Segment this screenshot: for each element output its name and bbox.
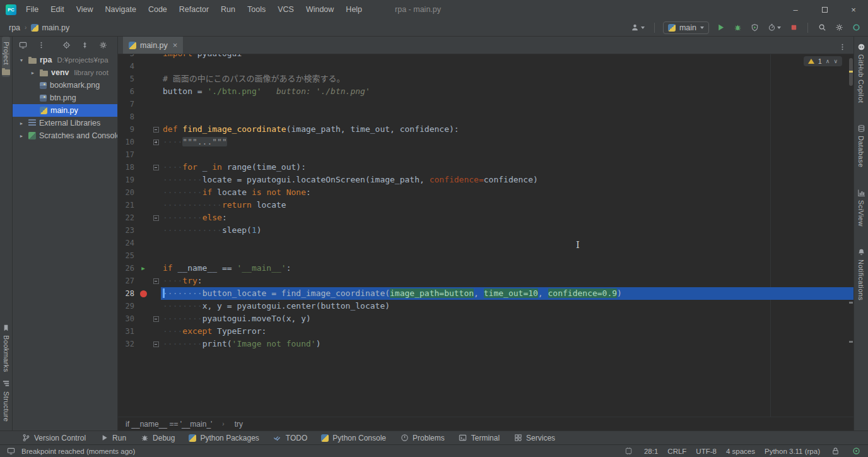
stripe-mark[interactable] xyxy=(849,302,853,304)
tool-window-button-python-packages[interactable]: Python Packages xyxy=(189,434,259,442)
tool-window-button-problems[interactable]: Problems xyxy=(400,434,445,442)
menu-navigate[interactable]: Navigate xyxy=(105,5,136,14)
menu-tools[interactable]: Tools xyxy=(247,5,266,14)
tree-item-main-py[interactable]: main.py xyxy=(13,104,117,117)
tree-item-venv[interactable]: ►venvlibrary root xyxy=(13,66,117,79)
project-options-button[interactable] xyxy=(35,40,47,51)
tree-item-rpa[interactable]: ▼rpaD:¥projects¥rpa xyxy=(13,54,117,66)
maximize-button[interactable] xyxy=(810,0,839,19)
code-text[interactable]: def find_image_coordinate(image_path, ti… xyxy=(161,123,853,136)
prev-problem-icon[interactable]: ∧ xyxy=(826,58,830,64)
chevron-right-icon[interactable]: ► xyxy=(18,134,25,138)
file-encoding[interactable]: UTF-8 xyxy=(696,448,717,455)
tool-window-button-terminal[interactable]: Terminal xyxy=(459,434,500,442)
stripe-button-project[interactable]: Project xyxy=(2,37,10,77)
code-text[interactable]: ········else: xyxy=(161,211,853,224)
fold-marker-icon[interactable] xyxy=(153,139,159,145)
code-text[interactable] xyxy=(161,60,853,73)
editor-breadcrumb-item[interactable]: try xyxy=(235,420,243,429)
code-text[interactable]: # 画面の中にこのパスの画像があるか検索する。 xyxy=(161,73,853,85)
menu-help[interactable]: Help xyxy=(346,5,362,14)
fold-marker-icon[interactable] xyxy=(153,341,159,347)
code-text[interactable]: ········x, y = pyautogui.center(button_l… xyxy=(161,300,853,312)
close-button[interactable]: × xyxy=(839,0,868,19)
run-configuration-select[interactable]: main xyxy=(663,21,709,34)
tool-window-button-version-control[interactable]: Version Control xyxy=(21,434,86,442)
lock-icon[interactable] xyxy=(830,446,841,457)
tab-options-button[interactable] xyxy=(836,41,848,52)
code-text[interactable]: ········locate = pyautogui.locateOnScree… xyxy=(161,174,853,186)
tab-main-py[interactable]: main.py × xyxy=(123,37,183,54)
code-text[interactable]: ········button_locate = find_image_coord… xyxy=(161,287,853,300)
next-problem-icon[interactable]: ∨ xyxy=(833,58,838,64)
tool-window-button-services[interactable]: Services xyxy=(513,434,555,442)
menu-edit[interactable]: Edit xyxy=(50,5,64,14)
breadcrumb-item-rpa[interactable]: rpa xyxy=(9,23,20,32)
run-with-coverage-button[interactable] xyxy=(749,22,760,33)
code-text[interactable]: if __name__ == '__main__': xyxy=(161,262,853,275)
tool-window-button-debug[interactable]: Debug xyxy=(140,434,175,442)
debug-button[interactable] xyxy=(732,22,743,33)
code-text[interactable] xyxy=(161,237,853,249)
stripe-button-notifications[interactable]: Notifications xyxy=(857,246,865,306)
code-text[interactable] xyxy=(161,98,853,110)
editor-breadcrumb-item[interactable]: if __name__ == '__main_' xyxy=(126,420,212,429)
code-text[interactable]: button = './btn.png' button: './btn.png' xyxy=(161,85,853,98)
code-text[interactable]: ········pyautogui.moveTo(x, y) xyxy=(161,312,853,325)
code-editor[interactable]: 3import pyautogui45# 画面の中にこのパスの画像があるか検索す… xyxy=(118,54,853,417)
menu-file[interactable]: File xyxy=(26,5,38,14)
memory-indicator-icon[interactable] xyxy=(623,446,635,457)
code-text[interactable] xyxy=(161,148,853,161)
inspection-widget[interactable]: 1 ∧ ∨ xyxy=(804,56,842,66)
stripe-button-sciview[interactable]: SciView xyxy=(857,186,865,232)
chevron-down-icon[interactable]: ▼ xyxy=(18,58,25,62)
code-text[interactable] xyxy=(161,249,853,262)
warning-stripe-mark[interactable] xyxy=(849,71,853,73)
stripe-button-bookmarks[interactable]: Bookmarks xyxy=(2,321,11,377)
chevron-right-icon[interactable]: ► xyxy=(18,121,25,126)
code-text[interactable]: ····try: xyxy=(161,275,853,287)
code-text[interactable]: ········if locate is not None: xyxy=(161,186,853,199)
project-settings-button[interactable] xyxy=(97,40,108,51)
tool-window-button-todo[interactable]: TODO xyxy=(273,434,307,442)
menu-run[interactable]: Run xyxy=(221,5,235,14)
code-text[interactable]: ····"""...""" xyxy=(161,136,853,148)
code-text[interactable]: ········print('Image not found') xyxy=(161,338,853,350)
indent-style[interactable]: 4 spaces xyxy=(726,448,755,455)
tool-window-button-run[interactable]: Run xyxy=(100,434,126,442)
code-text[interactable]: ····except TypeError: xyxy=(161,325,853,338)
settings-button[interactable] xyxy=(833,22,845,33)
stripe-mark[interactable] xyxy=(849,341,853,343)
tree-item-scratches-and-consoles[interactable]: ►Scratches and Consoles xyxy=(13,129,117,142)
fold-marker-icon[interactable] xyxy=(153,215,159,221)
select-opened-file-button[interactable] xyxy=(61,40,72,51)
run-button[interactable] xyxy=(715,22,726,33)
code-text[interactable]: ····for _ in range(time_out): xyxy=(161,161,853,174)
code-text[interactable]: import pyautogui xyxy=(161,54,853,60)
stripe-button-structure[interactable]: Structure xyxy=(2,377,11,427)
fold-marker-icon[interactable] xyxy=(153,278,159,284)
project-view-icon[interactable] xyxy=(17,40,28,51)
code-text[interactable]: ············return locate xyxy=(161,199,853,211)
tool-window-switcher-icon[interactable] xyxy=(5,446,16,457)
minimize-button[interactable]: – xyxy=(781,0,810,19)
profiler-button[interactable] xyxy=(766,22,782,33)
plugin-status-icon[interactable] xyxy=(850,22,862,33)
breadcrumb-item-main-py[interactable]: main.py xyxy=(31,23,69,32)
menu-view[interactable]: View xyxy=(76,5,93,14)
caret-position[interactable]: 28:1 xyxy=(644,448,658,455)
tree-item-btn-png[interactable]: btn.png xyxy=(13,92,117,104)
code-text[interactable] xyxy=(161,110,853,123)
tool-window-button-python-console[interactable]: Python Console xyxy=(321,434,386,442)
close-tab-icon[interactable]: × xyxy=(173,40,178,50)
menu-vcs[interactable]: VCS xyxy=(278,5,294,14)
tree-item-bookmark-png[interactable]: bookmark.png xyxy=(13,79,117,92)
collapse-all-button[interactable] xyxy=(79,40,90,51)
menu-refactor[interactable]: Refactor xyxy=(179,5,209,14)
chevron-right-icon[interactable]: ► xyxy=(29,71,37,75)
menu-code[interactable]: Code xyxy=(148,5,167,14)
code-text[interactable]: ············sleep(1) xyxy=(161,224,853,237)
search-everywhere-button[interactable] xyxy=(816,22,828,33)
menu-window[interactable]: Window xyxy=(306,5,334,14)
copilot-status-icon[interactable] xyxy=(850,446,862,457)
